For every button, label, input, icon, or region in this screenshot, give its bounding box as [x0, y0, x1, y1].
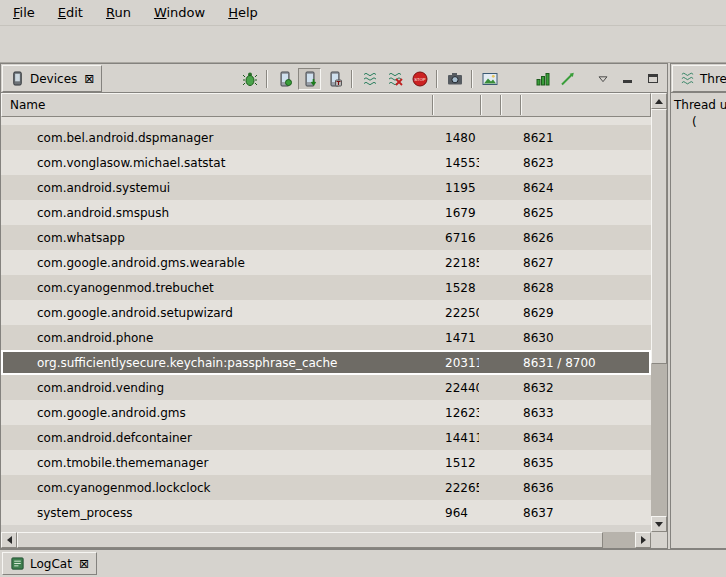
- scroll-right-button[interactable]: [635, 532, 651, 548]
- column-header-name[interactable]: Name: [10, 98, 45, 112]
- arrow-right-icon: [641, 536, 646, 544]
- sysinfo-columns-button[interactable]: [531, 68, 554, 90]
- threads-panel: Threa Thread up (: [670, 63, 726, 549]
- process-name: system_process: [1, 506, 431, 520]
- stop-process-button[interactable]: STOP: [408, 68, 431, 90]
- screen-capture-button[interactable]: [443, 68, 466, 90]
- menu-window[interactable]: Window: [145, 2, 214, 23]
- table-row[interactable]: com.android.phone 1471 8630: [1, 325, 651, 350]
- devices-tabbar: Devices ⊠: [1, 64, 667, 93]
- process-port: 8632: [519, 381, 651, 395]
- menu-run[interactable]: Run: [97, 2, 140, 23]
- scroll-down-button[interactable]: [651, 516, 667, 532]
- devices-panel: Devices ⊠: [0, 63, 668, 549]
- threads-tab-icon: [680, 71, 695, 86]
- debug-process-button[interactable]: [238, 68, 261, 90]
- table-row[interactable]: com.cyanogenmod.trebuchet 1528 8628: [1, 275, 651, 300]
- threads-message-line1: Thread up: [674, 97, 726, 114]
- menu-help[interactable]: Help: [219, 2, 267, 23]
- vertical-scrollbar-thumb[interactable]: [651, 109, 667, 364]
- minimize-icon: [623, 80, 632, 83]
- table-row[interactable]: com.google.android.gms.wearable 22185 86…: [1, 250, 651, 275]
- update-heap-button[interactable]: [273, 68, 296, 90]
- process-pid: 6716: [431, 231, 479, 245]
- toolbar-separator: [351, 70, 353, 88]
- process-port: 8628: [519, 281, 651, 295]
- process-pid: 1512: [431, 456, 479, 470]
- table-row[interactable]: com.google.android.gms 12623 8633: [1, 400, 651, 425]
- table-row[interactable]: com.android.systemui 1195 8624: [1, 175, 651, 200]
- view-menu-button[interactable]: [591, 68, 614, 90]
- process-name: com.android.defcontainer: [1, 431, 431, 445]
- process-name: com.android.phone: [1, 331, 431, 345]
- logcat-tab-close-icon[interactable]: ⊠: [79, 558, 89, 570]
- column-divider[interactable]: [432, 95, 434, 115]
- phone-hprof-icon: [302, 71, 318, 87]
- table-row[interactable]: com.android.smspush 1679 8625: [1, 200, 651, 225]
- vertical-scrollbar[interactable]: [651, 93, 667, 532]
- tab-threads[interactable]: Threa: [672, 65, 726, 92]
- column-divider[interactable]: [500, 95, 502, 115]
- process-name: com.google.android.gms: [1, 406, 431, 420]
- column-divider[interactable]: [480, 95, 482, 115]
- menu-edit[interactable]: Edit: [49, 2, 92, 23]
- scroll-up-button[interactable]: [651, 93, 667, 109]
- devices-tab-label: Devices: [30, 72, 77, 86]
- svg-text:STOP: STOP: [414, 76, 426, 81]
- minimize-button[interactable]: [616, 68, 639, 90]
- table-row[interactable]: system_process 964 8637: [1, 500, 651, 525]
- column-divider[interactable]: [520, 95, 522, 115]
- toolbar-separator: [266, 70, 268, 88]
- process-pid: 12623: [431, 406, 479, 420]
- logcat-icon: [10, 556, 25, 571]
- table-row[interactable]: org.sufficientlysecure.keychain:passphra…: [1, 350, 651, 375]
- toolbar-separator: [471, 70, 473, 88]
- process-pid: 22250: [431, 306, 479, 320]
- maximize-button[interactable]: [641, 68, 664, 90]
- arrow-up-icon: [655, 99, 663, 104]
- process-port: 8633: [519, 406, 651, 420]
- stop-profiling-button[interactable]: [383, 68, 406, 90]
- arrow-down-icon: [655, 522, 663, 527]
- table-row[interactable]: com.bel.android.dspmanager 1480 8621: [1, 125, 651, 150]
- table-row[interactable]: com.vonglasow.michael.satstat 14553 8623: [1, 150, 651, 175]
- threads-message-line2: (: [692, 114, 726, 131]
- tab-devices[interactable]: Devices ⊠: [2, 65, 102, 92]
- process-name: com.cyanogenmod.trebuchet: [1, 281, 431, 295]
- toolbar-strip: [0, 27, 726, 63]
- partial-row: [1, 117, 651, 125]
- process-name: com.cyanogenmod.lockclock: [1, 481, 431, 495]
- process-name: com.whatsapp: [1, 231, 431, 245]
- trace-line-button[interactable]: [556, 68, 579, 90]
- table-row[interactable]: com.google.android.setupwizard 22250 862…: [1, 300, 651, 325]
- capture-view-button[interactable]: [478, 68, 501, 90]
- main-area: Devices ⊠: [0, 63, 726, 549]
- cause-gc-button[interactable]: [323, 68, 346, 90]
- threads-message: Thread up (: [674, 97, 726, 131]
- process-name: com.android.systemui: [1, 181, 431, 195]
- update-threads-button[interactable]: [358, 68, 381, 90]
- table-row[interactable]: com.whatsapp 6716 8626: [1, 225, 651, 250]
- table-row[interactable]: com.android.defcontainer 14411 8634: [1, 425, 651, 450]
- menu-file[interactable]: File: [4, 2, 44, 23]
- process-port: 8629: [519, 306, 651, 320]
- table-row[interactable]: com.android.vending 22440 8632: [1, 375, 651, 400]
- phone-heap-icon: [277, 71, 293, 87]
- toolbar-separator: [436, 70, 438, 88]
- devices-tab-close-icon[interactable]: ⊠: [84, 73, 94, 85]
- process-pid: 1528: [431, 281, 479, 295]
- process-port: 8631 / 8700: [519, 356, 651, 370]
- table-row[interactable]: com.cyanogenmod.lockclock 22265 8636: [1, 475, 651, 500]
- dump-hprof-button[interactable]: [298, 68, 321, 90]
- horizontal-scrollbar-thumb[interactable]: [17, 532, 603, 548]
- process-pid: 1471: [431, 331, 479, 345]
- table-row[interactable]: com.tmobile.thememanager 1512 8635: [1, 450, 651, 475]
- process-list: com.bel.android.dspmanager 1480 8621 com…: [1, 117, 651, 532]
- process-name: com.vonglasow.michael.satstat: [1, 156, 431, 170]
- phone-gc-icon: [327, 71, 343, 87]
- process-pid: 1480: [431, 131, 479, 145]
- process-pid: 20311: [431, 356, 479, 370]
- scroll-left-button[interactable]: [1, 532, 17, 548]
- horizontal-scrollbar[interactable]: [1, 532, 651, 548]
- tab-logcat[interactable]: LogCat ⊠: [2, 552, 97, 575]
